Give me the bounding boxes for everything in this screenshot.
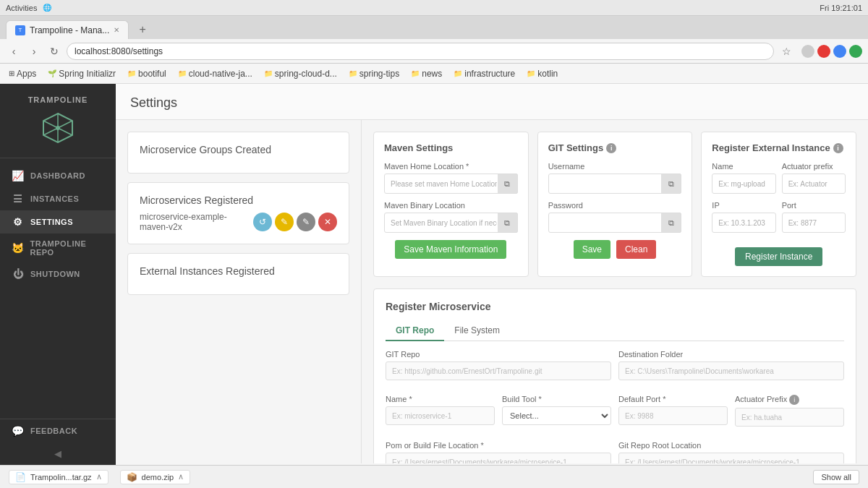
maven-home-group: Maven Home Location * ⧉ (384, 162, 518, 194)
reload-button[interactable]: ↻ (46, 43, 62, 59)
save-maven-button[interactable]: Save Maven Information (395, 240, 506, 259)
groups-created-title: Microservice Groups Created (140, 144, 337, 155)
microservice-name-group: Name * (386, 395, 495, 427)
maven-home-copy-button[interactable]: ⧉ (498, 174, 518, 194)
git-username-input-wrapper: ⧉ (548, 174, 682, 194)
browser-tab[interactable]: T Trampoline - Mana... ✕ (6, 20, 129, 39)
address-input[interactable] (67, 43, 774, 60)
external-actuator-input[interactable] (782, 174, 846, 194)
edit-yellow-button[interactable]: ✎ (275, 213, 294, 231)
sidebar-item-dashboard[interactable]: 📈 DASHBOARD (0, 164, 116, 187)
action-buttons: ↺ ✎ ✎ ✕ (253, 213, 337, 231)
external-port-group: Port (782, 201, 846, 233)
build-tool-group: Build Tool * Select... (502, 395, 611, 427)
sidebar-item-trampoline-repo[interactable]: 🐱 TRAMPOLINE REPO (0, 234, 116, 262)
delete-button[interactable]: ✕ (318, 213, 337, 231)
pom-group: Pom or Build File Location * (386, 441, 611, 463)
tab-file-system[interactable]: File System (444, 321, 510, 341)
git-root-label: Git Repo Root Location (618, 441, 844, 450)
download-item-zip[interactable]: 📦 demo.zip ∧ (120, 470, 191, 484)
dashboard-icon: 📈 (12, 170, 25, 181)
activities-label: Activities (6, 4, 37, 12)
forward-button[interactable]: › (26, 43, 42, 59)
destination-folder-input[interactable] (618, 361, 844, 380)
sidebar-item-shutdown[interactable]: ⏻ SHUTDOWN (0, 262, 116, 286)
register-external-actions: Register Instance (712, 247, 846, 266)
register-external-info-icon[interactable]: i (833, 143, 843, 153)
bookmark-apps[interactable]: ⊞ Apps (6, 67, 39, 80)
sidebar-item-feedback[interactable]: 💬 FEEDBACK (0, 419, 116, 442)
git-clean-button[interactable]: Clean (616, 240, 656, 259)
actuator-prefix-info-icon[interactable]: i (789, 395, 799, 405)
close-tab-button[interactable]: ✕ (114, 26, 119, 34)
bookmark-cloud[interactable]: 📁 cloud-native-ja... (175, 67, 255, 80)
bookmark-kotlin-label: kotlin (537, 69, 558, 79)
tab-git-repo[interactable]: GIT Repo (386, 321, 444, 341)
microservice-row: microservice-example-maven-v2x ↺ ✎ ✎ ✕ (140, 212, 337, 232)
external-port-label: Port (782, 201, 846, 210)
external-name-input[interactable] (712, 174, 775, 194)
microservice-name-input[interactable] (386, 406, 495, 425)
git-username-label: Username (548, 162, 682, 171)
bookmark-infrastructure[interactable]: 📁 infrastructure (451, 67, 518, 80)
refresh-button[interactable]: ↺ (253, 213, 272, 231)
default-port-input[interactable] (618, 406, 728, 425)
git-username-copy-button[interactable]: ⧉ (661, 174, 681, 194)
register-instance-button[interactable]: Register Instance (735, 247, 822, 266)
sidebar-nav: 📈 DASHBOARD ☰ INSTANCES ⚙ SETTINGS 🐱 TRA… (0, 158, 116, 419)
download-tar-icon: 📄 (15, 472, 26, 482)
name-buildtool-port-actuator-row: Name * Build Tool * Select... Default Po… (386, 395, 844, 434)
shutdown-icon: ⏻ (12, 268, 25, 280)
git-username-group: Username ⧉ (548, 162, 682, 194)
git-repo-group: GIT Repo (386, 350, 611, 380)
git-save-button[interactable]: Save (574, 240, 610, 259)
back-button[interactable]: ‹ (6, 43, 22, 59)
maven-binary-group: Maven Binary Location ⧉ (384, 201, 518, 233)
extension-icon-3 (833, 45, 846, 58)
register-microservice-card: Register Microservice GIT Repo File Syst… (373, 288, 856, 463)
git-info-icon[interactable]: i (606, 143, 616, 153)
register-external-name-row: Name Actuator prefix (712, 162, 846, 201)
build-tool-select[interactable]: Select... (502, 406, 611, 425)
tab-title: Trampoline - Mana... (30, 25, 109, 35)
sidebar-item-instances[interactable]: ☰ INSTANCES (0, 187, 116, 210)
download-item-tar[interactable]: 📄 Trampolin...tar.gz ∧ (9, 470, 109, 484)
repo-icon: 🐱 (12, 242, 25, 254)
main-content: Settings Microservice Groups Created Mic… (116, 84, 868, 465)
bookmark-bootiful[interactable]: 📁 bootiful (124, 67, 169, 80)
bookmark-apps-label: Apps (17, 69, 36, 79)
sidebar-collapse-button[interactable]: ◀ (0, 442, 116, 465)
maven-home-label: Maven Home Location * (384, 162, 518, 171)
new-tab-button[interactable]: + (132, 20, 153, 39)
extension-icon-2 (817, 45, 830, 58)
git-repo-input[interactable] (386, 361, 611, 380)
sidebar-item-feedback-label: FEEDBACK (30, 427, 77, 435)
instances-icon: ☰ (12, 193, 25, 205)
external-actuator-group: Actuator prefix (782, 162, 846, 194)
bookmark-button[interactable]: ☆ (778, 43, 794, 59)
bookmark-spring-tips[interactable]: 📁 spring-tips (346, 67, 402, 80)
external-ip-input[interactable] (712, 213, 775, 233)
maven-binary-copy-button[interactable]: ⧉ (498, 213, 518, 233)
git-root-input[interactable] (618, 453, 844, 463)
svg-point-4 (56, 126, 60, 130)
show-all-button[interactable]: Show all (813, 470, 859, 484)
bookmark-kotlin[interactable]: 📁 kotlin (524, 67, 561, 80)
external-ip-label: IP (712, 201, 775, 210)
git-password-copy-button[interactable]: ⧉ (661, 213, 681, 233)
sidebar-item-settings[interactable]: ⚙ SETTINGS (0, 210, 116, 234)
bookmark-news-label: news (422, 69, 442, 79)
actuator-prefix-input[interactable] (735, 408, 844, 427)
download-tar-name: Trampolin...tar.gz (30, 473, 92, 481)
actuator-prefix-group: Actuator Prefix i (735, 395, 844, 427)
bookmark-spring-cloud[interactable]: 📁 spring-cloud-d... (261, 67, 340, 80)
bookmark-spring[interactable]: 🌱 Spring Initializr (45, 67, 119, 80)
bookmark-news[interactable]: 📁 news (408, 67, 445, 80)
register-external-title: Register External Instance i (712, 142, 846, 153)
external-port-input[interactable] (782, 213, 846, 233)
git-settings-title: GIT Settings i (548, 142, 682, 153)
edit-gray-button[interactable]: ✎ (297, 213, 315, 231)
downloads-bar: 📄 Trampolin...tar.gz ∧ 📦 demo.zip ∧ Show… (0, 465, 868, 488)
settings-top-grid: Maven Settings Maven Home Location * ⧉ M… (373, 132, 856, 277)
pom-input[interactable] (386, 453, 611, 463)
